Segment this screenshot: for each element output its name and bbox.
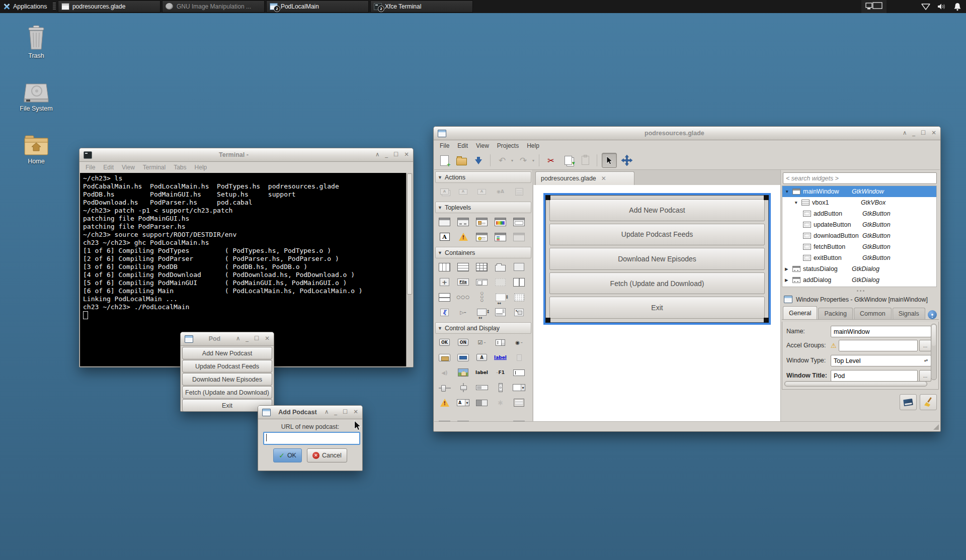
- palette-item-color-button[interactable]: [454, 350, 472, 365]
- properties-vscrollbar[interactable]: [931, 324, 937, 380]
- taskbar-item-xfce-terminal[interactable]: 2 Xfce Terminal: [370, 1, 473, 13]
- tab-general[interactable]: General: [783, 306, 817, 319]
- design-tab[interactable]: podresources.glade ✕: [535, 171, 634, 185]
- palette-item-clipped-3[interactable]: [472, 410, 491, 422]
- palette-item-clipped-4[interactable]: [491, 410, 510, 422]
- palette-item-handle-box[interactable]: [491, 274, 510, 290]
- palette-item-action-group[interactable]: [510, 184, 528, 199]
- palette-item-vscale[interactable]: [454, 380, 472, 395]
- palette-item-color-selection-dialog[interactable]: [491, 214, 510, 229]
- palette-item-label[interactable]: label: [472, 365, 491, 380]
- palette-item-file-chooser-button[interactable]: [435, 350, 454, 365]
- tree-row-updateButton[interactable]: updateButtonGtkButton: [782, 219, 936, 230]
- desktop-icon-trash[interactable]: Trash: [10, 25, 62, 59]
- palette-item-scrolled-window[interactable]: [491, 290, 510, 305]
- palette-item-toggle-action[interactable]: A: [454, 184, 472, 199]
- menu-view[interactable]: View: [118, 163, 139, 172]
- open-project-button[interactable]: [454, 153, 468, 167]
- palette-section-header[interactable]: ▼Actions: [435, 171, 531, 183]
- minimize-button[interactable]: _: [246, 336, 249, 342]
- palette-item-accel-label[interactable]: F1: [491, 365, 510, 380]
- wifi-icon[interactable]: [921, 3, 931, 11]
- tab-signals[interactable]: Signals: [893, 308, 925, 319]
- expander-icon[interactable]: ▶: [785, 277, 792, 283]
- tree-row-statusDialog[interactable]: ▶statusDialogGtkDialog: [782, 263, 936, 274]
- palette-item-clipped-5[interactable]: [510, 410, 528, 422]
- window-title-field[interactable]: [831, 370, 918, 382]
- terminal-scrollbar[interactable]: [406, 173, 413, 366]
- menu-file[interactable]: File: [82, 163, 99, 172]
- palette-item-aspect-frame[interactable]: [472, 305, 491, 320]
- selection-handle[interactable]: [764, 318, 769, 323]
- palette-item-viewport[interactable]: [510, 290, 528, 305]
- palette-item-frame[interactable]: [510, 259, 528, 274]
- window-title-more-button[interactable]: ...: [919, 370, 931, 382]
- display-layout-applet[interactable]: [861, 0, 887, 13]
- design-button[interactable]: Exit: [549, 297, 765, 319]
- palette-item-alignment[interactable]: [510, 305, 528, 320]
- design-button[interactable]: Update Podcast Feeds: [549, 224, 765, 246]
- taskbar-item-gimp[interactable]: GNU Image Manipulation ...: [162, 1, 265, 13]
- palette-item-table[interactable]: [472, 259, 491, 274]
- menu-tabs[interactable]: Tabs: [170, 163, 190, 172]
- palette-item-toolbar[interactable]: [472, 274, 491, 290]
- palette-item-text-view[interactable]: [510, 395, 528, 410]
- minimize-button[interactable]: _: [912, 130, 915, 136]
- undo-button[interactable]: ↶: [495, 153, 509, 167]
- palette-item-spin-button[interactable]: [491, 335, 510, 350]
- tree-row-mainWindow[interactable]: ▼mainWindowGtkWindow: [782, 186, 936, 197]
- menu-help[interactable]: Help: [191, 163, 211, 172]
- selection-handle[interactable]: [545, 195, 550, 200]
- maximize-button[interactable]: ☐: [254, 336, 259, 342]
- palette-item-switch[interactable]: [472, 395, 491, 410]
- palette-item-window[interactable]: [435, 214, 454, 229]
- tree-row-fetchButton[interactable]: fetchButtonGtkButton: [782, 241, 936, 252]
- expander-icon[interactable]: ▼: [785, 189, 792, 194]
- palette-item-dialog[interactable]: [454, 214, 472, 229]
- palette-item-check-button[interactable]: [472, 335, 491, 350]
- palette-item-menubar[interactable]: File: [454, 274, 472, 290]
- menu-terminal[interactable]: Terminal: [139, 163, 170, 172]
- palette-item-combo-box-entry[interactable]: A: [454, 395, 472, 410]
- scrollbar-thumb[interactable]: [407, 173, 412, 295]
- shade-button[interactable]: ∧: [375, 152, 379, 158]
- design-button[interactable]: Add New Podcast: [549, 199, 765, 221]
- palette-item-radio-button[interactable]: [510, 335, 528, 350]
- add-podcast-titlebar[interactable]: Add Podcast ∧ _ ☐ ✕: [258, 406, 362, 419]
- maximize-button[interactable]: ☐: [921, 130, 926, 136]
- palette-item-vscrollbar[interactable]: [491, 380, 510, 395]
- applications-menu-button[interactable]: Applications: [0, 0, 52, 13]
- palette-item-offscreen-window[interactable]: [510, 229, 528, 244]
- desktop-icon-home[interactable]: Home: [10, 135, 62, 165]
- palette-item-info-bar[interactable]: [435, 395, 454, 410]
- tree-row-addButton[interactable]: addButtonGtkButton: [782, 208, 936, 219]
- terminal-titlebar[interactable]: Terminal - ∧ _ ☐ ✕: [79, 148, 413, 162]
- palette-item-button[interactable]: OK: [435, 335, 454, 350]
- palette-item-notebook[interactable]: [491, 259, 510, 274]
- palette-section-header[interactable]: ▼Toplevels: [435, 202, 531, 213]
- palette-item-progress-bar[interactable]: [472, 380, 491, 395]
- minimize-button[interactable]: _: [385, 152, 388, 158]
- properties-hscrollbar[interactable]: [784, 381, 927, 387]
- shade-button[interactable]: ∧: [325, 409, 329, 415]
- palette-item-arrow[interactable]: ▷–: [454, 305, 472, 320]
- palette-item-spinner[interactable]: ∗: [491, 395, 510, 410]
- pod-titlebar[interactable]: Pod ∧ _ ☐ ✕: [181, 332, 274, 346]
- url-input[interactable]: [263, 432, 360, 445]
- taskbar-item-glade[interactable]: podresources.glade: [58, 1, 160, 13]
- pod-button[interactable]: Add New Podcast: [182, 347, 272, 359]
- tab-packing[interactable]: Packing: [818, 308, 852, 319]
- palette-section-header[interactable]: ▼Containers: [435, 247, 531, 258]
- palette-item-message-dialog[interactable]: [472, 214, 491, 229]
- close-button[interactable]: ✕: [404, 152, 409, 158]
- cut-button[interactable]: ✂: [544, 153, 558, 167]
- devhelp-button[interactable]: [900, 394, 917, 410]
- menu-help[interactable]: Help: [523, 141, 543, 150]
- panel-splitter[interactable]: [781, 289, 940, 293]
- cancel-button[interactable]: ✕Cancel: [307, 448, 347, 462]
- palette-item-radio-action[interactable]: A: [472, 184, 491, 199]
- glade-titlebar[interactable]: podresources.glade ∧ _ ☐ ✕: [434, 127, 940, 140]
- close-button[interactable]: ✕: [931, 130, 936, 136]
- expander-icon[interactable]: ▼: [794, 200, 801, 205]
- palette-item-hbox[interactable]: [454, 259, 472, 274]
